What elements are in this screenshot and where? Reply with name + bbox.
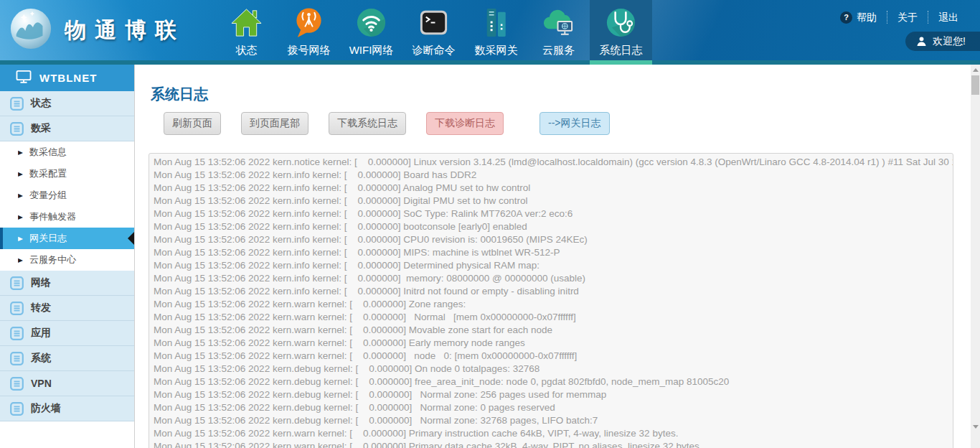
to-page-bottom-button[interactable]: 到页面尾部: [241, 112, 308, 135]
sidebar-item-label: 网络: [31, 276, 51, 289]
nav-label: 系统日志: [600, 44, 643, 57]
sidebar-item-label: 变量分组: [29, 189, 67, 202]
log-line: Mon Aug 15 13:52:06 2022 kern.info kerne…: [154, 233, 953, 246]
sidebar-item-label: VPN: [31, 378, 52, 389]
download-diagnostic-log-button[interactable]: 下载诊断日志: [426, 112, 504, 135]
nav-label: 云服务: [542, 44, 575, 57]
about-link[interactable]: 关于: [887, 11, 928, 24]
nav-tab-wifi-network[interactable]: WIFI网络: [340, 0, 402, 65]
log-line: Mon Aug 15 13:52:06 2022 kern.info kerne…: [154, 259, 953, 272]
sidebar-item-cloud-center[interactable]: ▶云服务中心: [0, 249, 134, 271]
nav-tab-daq-gateway[interactable]: 数采网关: [465, 0, 527, 65]
sidebar-item-label: 事件触发器: [29, 210, 76, 223]
help-icon: ?: [840, 11, 852, 24]
device-name: WTBLNET: [39, 72, 97, 84]
triangle-right-icon: ▶: [18, 192, 23, 199]
welcome-badge[interactable]: 欢迎您!: [905, 32, 980, 51]
scrollbar-up-arrow-icon[interactable]: [973, 68, 979, 72]
sidebar-item-label: 防火墙: [31, 402, 61, 415]
sidebar-item-var-group[interactable]: ▶变量分组: [0, 185, 134, 206]
header-links: ?帮助关于退出: [830, 11, 969, 24]
page-scrollbar[interactable]: [971, 65, 980, 448]
sidebar-item-firewall[interactable]: 防火墙: [0, 396, 134, 421]
triangle-right-icon: ▶: [18, 257, 23, 263]
page-title: 系统日志: [151, 85, 208, 104]
scrollbar-thumb[interactable]: [971, 75, 979, 95]
triangle-right-icon: ▶: [18, 235, 23, 242]
log-line: Mon Aug 15 13:52:06 2022 kern.debug kern…: [154, 414, 953, 427]
nav-label: WIFI网络: [349, 44, 394, 57]
log-line: Mon Aug 15 13:52:06 2022 kern.warn kerne…: [154, 324, 953, 337]
log-line: Mon Aug 15 13:52:06 2022 kern.warn kerne…: [154, 350, 953, 363]
list-icon: [10, 97, 24, 111]
sidebar-item-daq-info[interactable]: ▶数采信息: [0, 141, 134, 163]
nav-tab-cloud-service[interactable]: 云服务: [527, 0, 590, 65]
log-line: Mon Aug 15 13:52:06 2022 kern.debug kern…: [154, 375, 953, 388]
log-line: Mon Aug 15 13:52:06 2022 kern.info kerne…: [154, 272, 953, 285]
router-admin-screen: 物通博联 状态拨号网络WIFI网络诊断命令数采网关云服务系统日志 ?帮助关于退出…: [0, 0, 980, 448]
log-line: Mon Aug 15 13:52:06 2022 kern.debug kern…: [154, 363, 953, 375]
log-line: Mon Aug 15 13:52:06 2022 kern.warn kerne…: [154, 298, 953, 311]
log-toolbar: 刷新页面到页面尾部下载系统日志下载诊断日志-->网关日志: [164, 112, 610, 135]
refresh-page-button[interactable]: 刷新页面: [164, 112, 221, 135]
system-log-output[interactable]: Mon Aug 15 13:52:06 2022 kern.notice ker…: [149, 153, 953, 448]
sidebar-item-label: 数采信息: [29, 146, 67, 159]
sidebar: WTBLNET 状态数采▶数采信息▶数采配置▶变量分组▶事件触发器▶网关日志▶云…: [0, 65, 135, 448]
top-header: 物通博联 状态拨号网络WIFI网络诊断命令数采网关云服务系统日志 ?帮助关于退出…: [0, 0, 980, 65]
sidebar-item-event-trigger[interactable]: ▶事件触发器: [0, 206, 134, 228]
triangle-right-icon: ▶: [18, 171, 23, 177]
scrollbar-down-arrow-icon[interactable]: [973, 425, 979, 429]
sidebar-item-network[interactable]: 网络: [0, 271, 134, 296]
top-nav: 状态拨号网络WIFI网络诊断命令数采网关云服务系统日志: [215, 0, 652, 65]
download-system-log-button[interactable]: 下载系统日志: [329, 112, 406, 135]
sidebar-item-vpn[interactable]: VPN: [0, 371, 134, 396]
list-icon: [10, 377, 24, 391]
user-icon: [916, 36, 927, 47]
log-line: Mon Aug 15 13:52:06 2022 kern.info kerne…: [154, 182, 953, 195]
help-link[interactable]: ?帮助: [830, 11, 887, 24]
log-line: Mon Aug 15 13:52:06 2022 kern.info kerne…: [154, 169, 953, 182]
nav-tab-diagnostic[interactable]: 诊断命令: [402, 0, 465, 65]
nav-tab-dial-network[interactable]: 拨号网络: [278, 0, 340, 65]
sidebar-item-label: 状态: [31, 97, 51, 110]
sidebar-item-label: 转发: [31, 302, 51, 314]
monitor-icon: [16, 70, 32, 86]
goto-gateway-log-button[interactable]: -->网关日志: [540, 112, 610, 135]
list-icon: [10, 402, 24, 416]
nav-tab-system-log[interactable]: 系统日志: [590, 0, 652, 65]
brand-name: 物通博联: [65, 16, 185, 45]
stethoscope-icon: [604, 6, 638, 39]
list-icon: [10, 352, 24, 365]
sidebar-item-daq-config[interactable]: ▶数采配置: [0, 163, 134, 185]
log-line: Mon Aug 15 13:52:06 2022 kern.warn kerne…: [154, 311, 953, 324]
sidebar-item-gateway-log[interactable]: ▶网关日志: [0, 228, 134, 249]
nav-label: 数采网关: [475, 44, 518, 57]
triangle-right-icon: ▶: [18, 214, 23, 220]
sidebar-item-system[interactable]: 系统: [0, 346, 134, 371]
log-line: Mon Aug 15 13:52:06 2022 kern.notice ker…: [154, 156, 953, 169]
sidebar-item-label: 系统: [31, 352, 51, 365]
sidebar-item-status[interactable]: 状态: [0, 91, 134, 116]
sidebar-item-app[interactable]: 应用: [0, 321, 134, 346]
sidebar-item-label: 网关日志: [29, 232, 67, 245]
log-line: Mon Aug 15 13:52:06 2022 kern.debug kern…: [154, 401, 953, 414]
header-link-label: 退出: [938, 11, 958, 24]
list-icon: [10, 327, 24, 340]
list-icon: [10, 302, 24, 315]
sidebar-device-header: WTBLNET: [0, 65, 134, 91]
nav-tab-status[interactable]: 状态: [215, 0, 278, 65]
cloud-service-icon: [542, 6, 575, 39]
nav-label: 拨号网络: [288, 44, 331, 57]
sidebar-item-forward[interactable]: 转发: [0, 296, 134, 321]
sidebar-item-label: 应用: [31, 327, 51, 340]
triangle-right-icon: ▶: [18, 149, 23, 156]
log-line: Mon Aug 15 13:52:06 2022 kern.debug kern…: [154, 388, 953, 401]
log-line: Mon Aug 15 13:52:06 2022 kern.warn kerne…: [154, 337, 953, 350]
log-line: Mon Aug 15 13:52:06 2022 kern.info kerne…: [154, 195, 953, 207]
log-line: Mon Aug 15 13:52:06 2022 kern.warn kerne…: [154, 427, 953, 440]
logout-link[interactable]: 退出: [928, 11, 969, 24]
log-line: Mon Aug 15 13:52:06 2022 kern.info kerne…: [154, 207, 953, 220]
header-link-label: 帮助: [857, 11, 877, 24]
nav-label: 诊断命令: [413, 44, 456, 57]
sidebar-item-daq[interactable]: 数采: [0, 116, 134, 141]
